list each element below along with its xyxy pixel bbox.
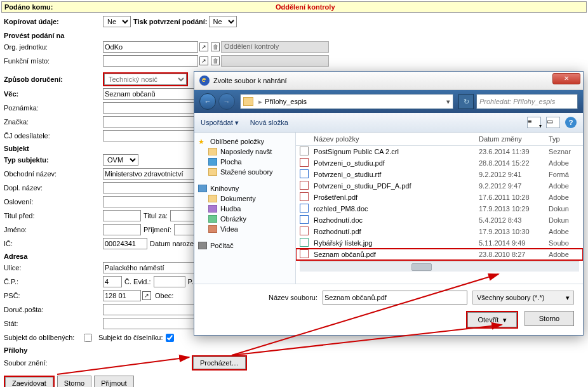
funkcni-display [221, 55, 329, 67]
back-button[interactable]: ← [199, 93, 216, 110]
file-type: Adobe [549, 251, 579, 258]
cp-input[interactable] [103, 276, 122, 287]
file-name: Rybářský lístek.jpg [314, 239, 479, 247]
refresh-icon[interactable]: ↻ [458, 94, 474, 109]
ic-input[interactable] [103, 238, 147, 249]
file-row[interactable]: PostSignum Public CA 2.crl23.6.2014 11:3… [296, 146, 583, 157]
file-name: PostSignum Public CA 2.crl [314, 148, 479, 155]
open-button[interactable]: Otevřít ▾ [467, 312, 517, 327]
vec-input[interactable] [103, 88, 198, 100]
search-input[interactable]: Prohledat: Přílohy_espis [476, 94, 578, 109]
file-name: Prošetření.pdf [314, 194, 479, 201]
picture-icon [208, 215, 217, 223]
file-type: Adobe [549, 182, 579, 190]
label-obchodni: Obchodní název: [1, 170, 103, 178]
sidebar-desktop[interactable]: Plocha [197, 157, 293, 167]
sidebar-pictures[interactable]: Obrázky [197, 214, 293, 224]
view-icon[interactable]: ≡▾ [527, 117, 541, 128]
sidebar-music[interactable]: Hudba [197, 204, 293, 214]
label-titul: Titul před: [1, 212, 103, 220]
sidebar-downloads[interactable]: Stažené soubory [197, 167, 293, 177]
file-type: Soubo [549, 239, 579, 247]
file-row[interactable]: Rozhodnutí.doc5.4.2012 8:43Dokun [296, 214, 583, 226]
close-icon[interactable]: ✕ [552, 73, 580, 84]
label-kopirovat: Kopírovat údaje: [1, 18, 103, 25]
tisk-select[interactable]: Ne [209, 16, 237, 27]
col-date[interactable]: Datum změny [479, 135, 549, 143]
sidebar-docs[interactable]: Dokumenty [197, 194, 293, 204]
expand-icon-2[interactable]: ↗ [199, 56, 208, 65]
forward-button[interactable]: → [218, 93, 235, 110]
file-icon [300, 158, 309, 167]
stat-input[interactable] [103, 318, 198, 329]
obchodni-input[interactable] [103, 168, 198, 180]
browse-button[interactable]: Procházet… [193, 357, 246, 369]
oblib-checkbox[interactable] [84, 334, 92, 342]
filetype-select[interactable]: Všechny soubory (*.*)▾ [472, 291, 574, 305]
sidebar-favorites[interactable]: ★Oblíbené položky [197, 136, 293, 147]
label-cp: Č.P.: [1, 278, 103, 285]
col-type[interactable]: Typ [549, 135, 579, 143]
breadcrumb[interactable]: ▸ Přílohy_espis ▾ [240, 94, 453, 109]
zpusob-select[interactable]: Technický nosič [104, 74, 187, 85]
file-type: Adobe [549, 159, 579, 167]
file-row[interactable]: Prošetření.pdf17.6.2011 10:28Adobe [296, 192, 583, 203]
toolbar-organize[interactable]: Uspořádat ▾ [201, 119, 239, 127]
file-icon [300, 238, 309, 247]
filename-input[interactable] [323, 291, 467, 305]
file-row[interactable]: Rozhodnutí.pdf17.9.2013 10:30Adobe [296, 226, 583, 237]
toolbar-newfolder[interactable]: Nová složka [250, 119, 288, 126]
prijmout-button[interactable]: Přijmout [94, 376, 133, 387]
file-date: 17.6.2011 10:28 [479, 194, 549, 201]
label-psc: PSČ: [1, 292, 103, 299]
evid-input[interactable] [154, 276, 185, 287]
psc-input[interactable] [103, 290, 141, 301]
help-icon[interactable]: ? [565, 117, 577, 128]
file-row[interactable]: Rybářský lístek.jpg5.11.2014 9:49Soubo [296, 237, 583, 249]
titulpred-input[interactable] [103, 210, 141, 221]
doruc-input[interactable] [103, 304, 198, 315]
kopirovat-select[interactable]: Ne [103, 16, 131, 27]
osloveni-input[interactable] [103, 196, 198, 207]
file-row[interactable]: Potvrzeni_o_studiu.pdf28.8.2014 15:22Ado… [296, 157, 583, 169]
trash-icon[interactable]: 🗑 [211, 43, 220, 51]
file-row[interactable]: Potvrzeni_o_studiu.rtf9.2.2012 9:41Formá [296, 169, 583, 180]
file-row[interactable]: rozhled_PM8.doc17.9.2013 10:29Dokun [296, 203, 583, 214]
sidebar-computer[interactable]: Počítač [197, 240, 293, 251]
dopl-input[interactable] [103, 182, 198, 194]
file-date: 23.6.2014 11:39 [479, 148, 549, 155]
jmeno-input[interactable] [103, 224, 141, 235]
folder-icon [208, 195, 217, 202]
sidebar-videos[interactable]: Videa [197, 224, 293, 234]
sidebar-recent[interactable]: Naposledy navšt [197, 147, 293, 157]
ie-icon [199, 75, 210, 86]
file-list-header[interactable]: Název položky Datum změny Typ [296, 133, 583, 146]
label-zpusob: Způsob doručení: [1, 75, 103, 83]
typ-select[interactable]: OVM [103, 154, 138, 166]
sidebar-libraries[interactable]: Knihovny [197, 183, 293, 194]
cancel-button[interactable]: Storno [525, 311, 574, 326]
trash-icon-2[interactable]: 🗑 [211, 56, 220, 65]
cj-input[interactable] [103, 130, 198, 141]
ciselnik-checkbox[interactable] [166, 334, 174, 342]
preview-icon[interactable]: ▭ [546, 117, 560, 128]
file-date: 23.8.2010 8:27 [479, 251, 549, 258]
dialog-toolbar: Uspořádat ▾ Nová složka ≡▾ ▭ ? [194, 113, 583, 133]
funkcni-input[interactable] [103, 55, 198, 67]
org-input[interactable] [103, 41, 198, 53]
znacka-input[interactable] [103, 116, 198, 128]
horizontal-scrollbar[interactable] [300, 261, 579, 272]
psc-expand-icon[interactable]: ↗ [142, 291, 151, 300]
dialog-titlebar[interactable]: Zvolte soubor k nahrání ✕ [194, 72, 583, 90]
file-date: 9.2.2012 9:41 [479, 171, 549, 178]
label-ciselnik: Subjekt do číselníku: [98, 334, 163, 341]
ulice-input[interactable] [103, 262, 198, 273]
zaevidovat-button[interactable]: Zaevidovat [5, 377, 53, 387]
expand-icon[interactable]: ↗ [199, 43, 208, 51]
file-row[interactable]: Seznam občanů.pdf23.8.2010 8:27Adobe [296, 249, 583, 260]
file-row[interactable]: Potvrzeni_o_studiu_PDF_A.pdf9.2.2012 9:4… [296, 180, 583, 192]
storno-button[interactable]: Storno [57, 376, 91, 387]
col-name[interactable]: Název položky [314, 135, 479, 143]
file-type: Dokun [549, 216, 579, 224]
poznamka-input[interactable] [103, 102, 198, 114]
